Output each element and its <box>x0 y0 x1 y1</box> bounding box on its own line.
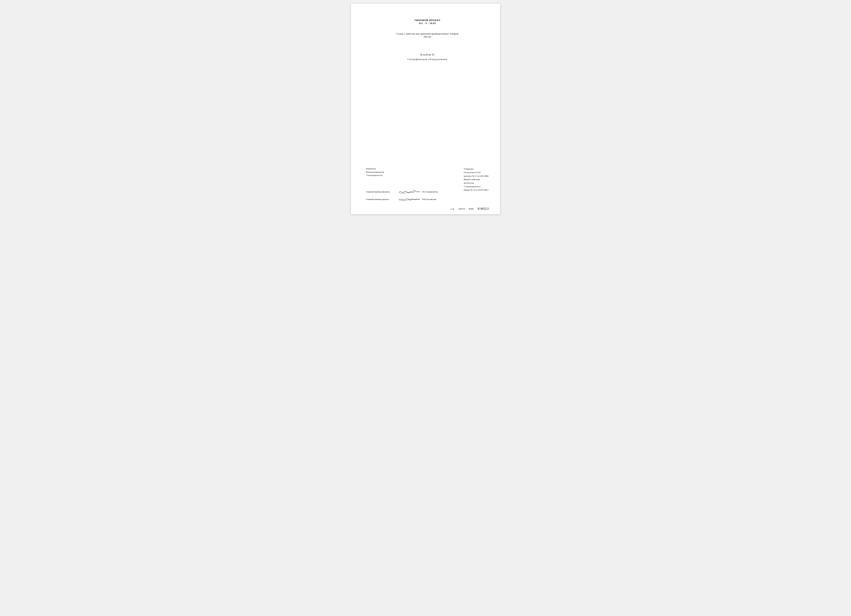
footer-number: N 9052/2 <box>477 207 489 210</box>
developed-block: Разработан Киевским филиалом "Союзгипрол… <box>366 167 384 177</box>
approved-block: Утвержден Гослесхозом СССР протокол № 11… <box>464 167 489 192</box>
bottom-section: Разработан Киевским филиалом "Союзгипрол… <box>366 167 489 192</box>
chief-engineer-branch-title: Главный инженер филиала <box>366 191 398 193</box>
approved-line2: протокол № 11 от 6.08.1984г <box>464 174 489 178</box>
approved-line3: Введен в действие <box>464 178 489 181</box>
chief-engineer-project-name: В.И.Заславским <box>422 198 436 200</box>
album-title: Альбом II <box>366 53 489 56</box>
signature-image-1 <box>398 189 420 194</box>
title-line2: 411 - 9 - 10.85 <box>366 22 489 25</box>
approved-line5: "Союзгипролесхоз" <box>464 185 489 188</box>
footer-block: к.ф. ЦИТП ИНВ N 9052/2 <box>451 207 489 210</box>
chief-engineer-project-title: Главный инженер проекта <box>366 198 398 200</box>
developed-label: Разработан <box>366 167 384 170</box>
footer-kf: к.ф. <box>451 208 455 210</box>
developed-line1: Киевским филиалом <box>366 170 384 174</box>
approved-line4: институтом <box>464 181 489 185</box>
signatures-block: Главный инженер филиала Н.А.Залависвечка… <box>366 189 489 204</box>
subtitle-block: Склад с навесом для хранения промышленны… <box>366 32 489 38</box>
developed-line2: "Союзгипролесхоз" <box>366 174 384 177</box>
signature-row-1: Главный инженер филиала Н.А.Залависвечка <box>366 189 489 194</box>
subtitle-line2: 500 м2 <box>366 35 489 38</box>
document-page: ТИПОВОЙ ПРОЕКТ 411 - 9 - 10.85 Склад с н… <box>351 4 500 214</box>
footer-citp: ЦИТП <box>459 208 465 210</box>
approved-line1: Гослесхозом СССР <box>464 171 489 174</box>
footer-inv: ИНВ <box>469 208 474 210</box>
subtitle-line1: Склад с навесом для хранения промышленны… <box>366 32 489 35</box>
chief-engineer-branch-name: Н.А.Залависвечка <box>422 191 438 193</box>
signature-row-2: Главный инженер проекта В.И.Заславским <box>366 197 489 202</box>
signature-image-2 <box>398 197 420 202</box>
title-block: ТИПОВОЙ ПРОЕКТ 411 - 9 - 10.85 <box>366 19 489 25</box>
approved-label: Утвержден <box>464 167 489 171</box>
album-block: Альбом II Спецификация оборудования <box>366 53 489 61</box>
title-line1: ТИПОВОЙ ПРОЕКТ <box>366 19 489 22</box>
spec-title: Спецификация оборудования <box>366 58 489 61</box>
